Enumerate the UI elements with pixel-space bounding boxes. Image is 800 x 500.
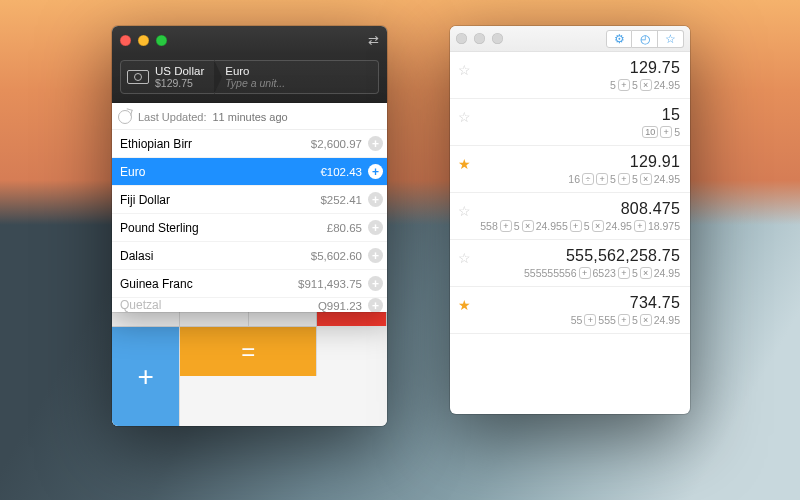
expr-key: + (634, 220, 646, 232)
expr-key: × (640, 173, 652, 185)
from-currency-amount: $129.75 (155, 78, 204, 90)
favorite-star[interactable]: ☆ (458, 250, 472, 266)
history-result: 808.475 (480, 200, 680, 218)
history-result: 15 (480, 106, 680, 124)
favorite-star[interactable]: ☆ (458, 62, 472, 78)
favorites-button[interactable]: ☆ (658, 30, 684, 48)
to-currency-name: Euro (225, 65, 285, 78)
add-icon[interactable]: + (368, 220, 383, 235)
expr-key: + (618, 173, 630, 185)
close-icon[interactable] (120, 35, 131, 46)
currency-name: Euro (120, 165, 145, 179)
history-result: 555,562,258.75 (480, 247, 680, 265)
expr-key: ÷ (582, 173, 594, 185)
history-row[interactable]: ☆129.755+5×24.95 (450, 52, 690, 99)
currency-row[interactable]: QuetzalQ991.23+ (112, 298, 387, 312)
minimize-icon[interactable] (138, 35, 149, 46)
favorite-star[interactable]: ★ (458, 156, 472, 172)
history-window: ⚙ ◴ ☆ ☆129.755+5×24.95☆1510+5★129.9116÷+… (450, 26, 690, 414)
history-expression: 558+5×24.955+5×24.95+18.975 (480, 220, 680, 232)
expr-number: 555 (598, 314, 616, 326)
currency-popover: Last Updated: 11 minutes ago Ethiopian B… (112, 103, 387, 312)
favorite-star[interactable]: ☆ (458, 203, 472, 219)
expr-key: + (660, 126, 672, 138)
expr-number: 6523 (593, 267, 616, 279)
expr-number: 5 (610, 79, 616, 91)
expr-number: 24.95 (654, 79, 680, 91)
history-row[interactable]: ★129.9116÷+5+5×24.95 (450, 146, 690, 193)
currency-name: Dalasi (120, 249, 153, 263)
expr-number: 5 (514, 220, 520, 232)
key-plus[interactable]: + (112, 326, 180, 426)
currency-amount: £80.65+ (327, 220, 383, 235)
history-expression: 5+5×24.95 (480, 79, 680, 91)
currency-row[interactable]: Fiji Dollar$252.41+ (112, 186, 387, 214)
expr-number: 5 (632, 173, 638, 185)
currency-amount: $911,493.75+ (298, 276, 383, 291)
expr-key: + (500, 220, 512, 232)
expr-key: + (618, 267, 630, 279)
currency-row[interactable]: Guinea Franc$911,493.75+ (112, 270, 387, 298)
currency-row[interactable]: Euro€102.43+ (112, 158, 387, 186)
expr-number: 24.95 (654, 314, 680, 326)
expr-key: + (596, 173, 608, 185)
clock-icon: ◴ (640, 32, 650, 46)
close-icon[interactable] (456, 33, 467, 44)
currency-row[interactable]: Ethiopian Birr$2,600.97+ (112, 130, 387, 158)
zoom-icon[interactable] (156, 35, 167, 46)
history-row[interactable]: ☆555,562,258.75555555556+6523+5×24.95 (450, 240, 690, 287)
refresh-icon[interactable] (118, 110, 132, 124)
currency-list: Ethiopian Birr$2,600.97+Euro€102.43+Fiji… (112, 130, 387, 312)
currency-amount: €102.43+ (320, 164, 383, 179)
expr-key: × (522, 220, 534, 232)
expr-key: + (579, 267, 591, 279)
history-result: 734.75 (480, 294, 680, 312)
add-icon[interactable]: + (368, 276, 383, 291)
currency-name: Fiji Dollar (120, 193, 170, 207)
favorite-star[interactable]: ☆ (458, 109, 472, 125)
star-icon: ☆ (665, 32, 676, 46)
currency-row[interactable]: Dalasi$5,602.60+ (112, 242, 387, 270)
history-row[interactable]: ☆808.475558+5×24.955+5×24.95+18.975 (450, 193, 690, 240)
add-icon[interactable]: + (368, 298, 383, 312)
add-icon[interactable]: + (368, 192, 383, 207)
popover-header: Last Updated: 11 minutes ago (112, 103, 387, 130)
currency-row[interactable]: Pound Sterling£80.65+ (112, 214, 387, 242)
expr-number: 16 (568, 173, 580, 185)
expr-number: 5 (610, 173, 616, 185)
add-icon[interactable]: + (368, 136, 383, 151)
expr-number: 558 (480, 220, 498, 232)
minimize-icon[interactable] (474, 33, 485, 44)
settings-button[interactable]: ⚙ (606, 30, 632, 48)
window-controls (456, 33, 503, 44)
cash-icon (127, 70, 149, 84)
expr-number: 24.95 (654, 173, 680, 185)
history-row[interactable]: ★734.7555+555+5×24.95 (450, 287, 690, 334)
history-row[interactable]: ☆1510+5 (450, 99, 690, 146)
toolbar-segmented: ⚙ ◴ ☆ (606, 30, 684, 48)
expr-key: × (640, 267, 652, 279)
history-expression: 10+5 (480, 126, 680, 138)
zoom-icon[interactable] (492, 33, 503, 44)
expr-key: × (592, 220, 604, 232)
expr-key: × (640, 79, 652, 91)
updated-prefix: Last Updated: (138, 111, 207, 123)
add-icon[interactable]: + (368, 248, 383, 263)
expr-number: 18.975 (648, 220, 680, 232)
expr-number: 5 (632, 267, 638, 279)
titlebar: ⚙ ◴ ☆ (450, 26, 690, 52)
window-controls (120, 35, 167, 46)
currency-name: Quetzal (120, 298, 161, 312)
from-currency-segment[interactable]: US Dollar $129.75 (120, 60, 215, 94)
expr-number: 5 (632, 79, 638, 91)
favorite-star[interactable]: ★ (458, 297, 472, 313)
expr-number: 5 (584, 220, 590, 232)
to-currency-segment[interactable]: Euro Type a unit... (215, 60, 379, 94)
titlebar: ⇄ (112, 26, 387, 54)
swap-icon[interactable]: ⇄ (368, 33, 379, 48)
unit-bar: US Dollar $129.75 Euro Type a unit... (112, 54, 387, 103)
from-currency-name: US Dollar (155, 65, 204, 78)
key-equals[interactable]: = (180, 326, 317, 376)
history-button[interactable]: ◴ (632, 30, 658, 48)
add-icon[interactable]: + (368, 164, 383, 179)
